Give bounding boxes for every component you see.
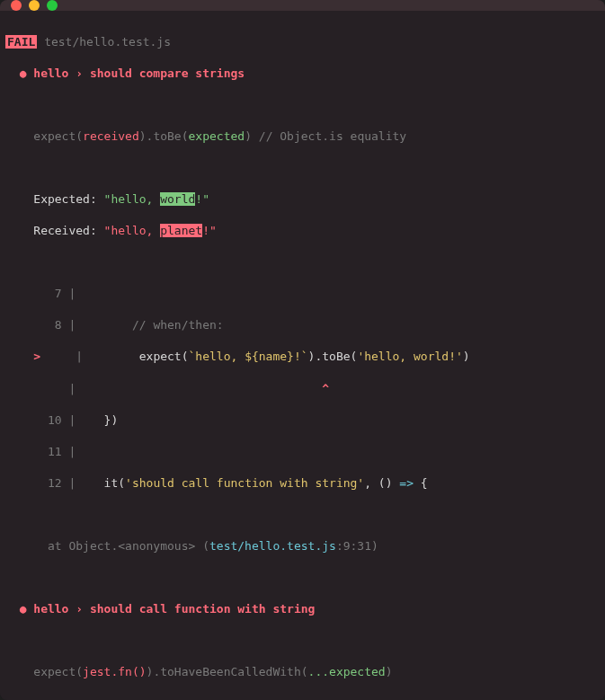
minimize-icon[interactable]	[29, 0, 40, 11]
expect-call: expect(	[33, 129, 83, 143]
expected-word: expected	[189, 129, 245, 143]
code-line: it('should call function with string', (…	[90, 476, 428, 490]
line-number: 12 |	[33, 476, 76, 490]
expected-label: Expected:	[33, 192, 96, 206]
equality-comment: // Object.is equality	[252, 129, 406, 143]
close-icon[interactable]	[11, 0, 22, 11]
expected-value: "hello, world!"	[104, 192, 209, 206]
bullet-icon: ●	[20, 66, 27, 80]
received-label: Received:	[33, 224, 96, 237]
bullet-icon: ●	[20, 602, 27, 616]
test-title: hello › should call function with string	[33, 602, 315, 616]
test-title: hello › should compare strings	[33, 66, 245, 80]
fail-badge: FAIL	[5, 35, 37, 49]
line-number: 7 |	[33, 287, 76, 300]
received-value: "hello, planet!"	[104, 224, 217, 237]
test-file-path: test/hello.test.js	[37, 35, 171, 49]
terminal-output: FAIL test/hello.test.js ● hello › should…	[0, 11, 605, 700]
terminal-window: FAIL test/hello.test.js ● hello › should…	[0, 0, 605, 700]
error-marker: >	[33, 350, 40, 363]
code-line-error: expect(`hello, ${name}!`).toBe('hello, w…	[139, 350, 470, 363]
received-word: received	[83, 129, 139, 143]
caret-marker: ^	[322, 382, 329, 395]
code-comment: // when/then:	[90, 318, 224, 332]
line-number: 8 |	[33, 318, 76, 332]
expect-call: expect(	[33, 665, 83, 678]
line-number: 11 |	[33, 445, 76, 458]
line-number: 10 |	[33, 413, 76, 427]
window-titlebar	[0, 0, 605, 11]
stack-trace: at Object.<anonymous> (test/hello.test.j…	[48, 539, 378, 553]
maximize-icon[interactable]	[47, 0, 58, 11]
